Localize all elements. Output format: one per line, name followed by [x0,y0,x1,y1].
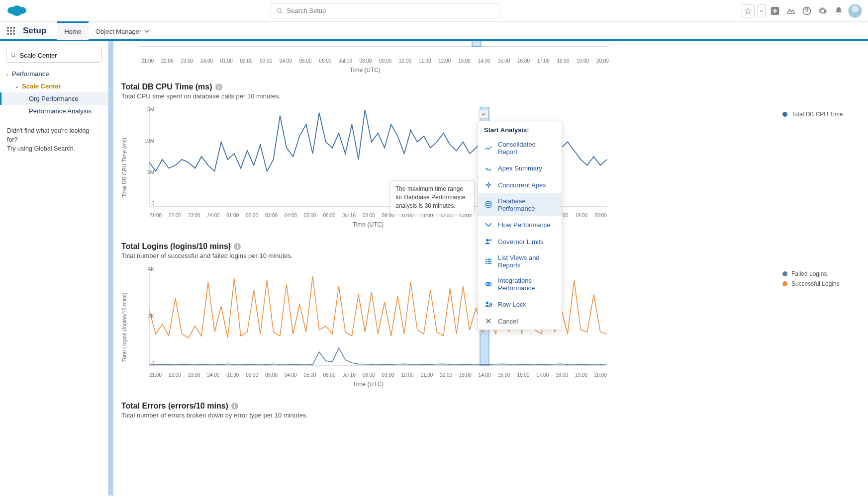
consolidated-report-icon [484,144,493,153]
svg-point-14 [10,30,12,32]
sidebar-item-performance-analysis[interactable]: Performance Analysis [0,105,108,117]
cancel-icon [484,317,493,326]
global-search-input[interactable] [287,7,494,14]
svg-point-10 [7,27,9,29]
legend-label: Failed Logins [791,270,827,277]
notifications-icon[interactable] [832,4,845,17]
row-lock-icon [484,300,493,309]
app-title: Setup [23,26,46,36]
sidebar: ⌄Performance ⌄Scale Center Org Performan… [0,41,108,496]
overview-mini-chart[interactable] [121,41,863,55]
analysis-dropdown-button[interactable] [479,110,488,119]
trailhead-icon[interactable] [784,4,797,17]
chevron-down-icon [144,28,149,35]
svg-point-12 [13,27,15,29]
chart2-xlabel: Time (UTC) [129,381,607,388]
chart1-tooltip: The maximum time range for Database Perf… [390,180,475,214]
tab-object-manager-label: Object Manager [96,28,142,35]
popover-title: Start Analysis: [478,121,562,137]
favorite-dropdown-icon[interactable] [758,4,766,17]
app-launcher-icon[interactable] [6,26,16,36]
popover-item-label: Cancel [498,318,518,325]
chart2-title: Total Logins (logins/10 mins) [121,242,231,251]
popover-item-label: Concurrent Apex [498,181,546,189]
popover-item-flow-performance[interactable]: Flow Performance [478,216,562,233]
start-analysis-popover: Start Analysis: Consolidated ReportApex … [478,121,562,330]
chart1-legend: Total DB CPU Time [773,107,863,228]
apex-summary-icon [484,164,493,172]
info-icon[interactable]: i [234,243,241,250]
popover-item-label: Flow Performance [498,221,550,229]
chart1-yticks: 15M10M5M0 [139,107,154,206]
popover-item-database-performance[interactable]: Database Performance [478,193,562,216]
legend-label: Total DB CPU Time [791,111,843,118]
svg-point-19 [11,53,15,56]
integrations-performance-icon [484,280,493,289]
popover-item-consolidated-report[interactable]: Consolidated Report [478,137,562,160]
main-content: 21:0022:0023:0024:0001:0002:0003:0004:00… [108,41,868,496]
popover-item-apex-summary[interactable]: Apex Summary [478,160,562,176]
chart3-title: Total Errors (errors/10 mins) [121,402,228,411]
sidebar-item-scale-center[interactable]: ⌄Scale Center [0,80,108,92]
popover-item-concurrent-apex[interactable]: Concurrent Apex [478,176,562,193]
chart-db-cpu-time: Total DB CPU Time (ms) i Total CPU time … [121,83,863,228]
svg-point-11 [10,27,12,29]
info-icon[interactable]: i [215,83,222,90]
svg-point-18 [13,33,15,35]
svg-rect-34 [487,259,491,260]
svg-rect-42 [489,304,492,306]
help-icon[interactable] [800,4,813,17]
popover-item-label: Row Lock [498,301,526,308]
mini-x-ticks: 21:0022:0023:0024:0001:0002:0003:0004:00… [121,57,609,64]
chart1-title: Total DB CPU Time (ms) [121,83,212,91]
legend-dot-icon [782,281,787,286]
popover-item-integrations-performance[interactable]: Integrations Performance [478,273,562,296]
add-icon[interactable] [769,4,781,17]
svg-rect-38 [487,263,491,264]
info-icon[interactable]: i [231,403,238,410]
list-views-and-reports-icon [484,257,493,266]
settings-icon[interactable] [816,4,829,17]
sidebar-item-org-performance[interactable]: Org Performance [0,92,108,105]
legend-dot-icon [782,112,787,117]
popover-item-label: List Views and Reports [498,254,556,269]
chart-total-errors: Total Errors (errors/10 mins) i Total nu… [121,402,863,419]
user-avatar[interactable] [848,4,862,18]
global-header [0,0,868,22]
sidebar-search[interactable] [6,48,102,63]
svg-point-31 [486,239,488,242]
chart2-legend: Failed Logins Successful Logins [773,266,863,388]
svg-rect-37 [485,263,487,264]
flow-performance-icon [484,220,493,229]
favorite-icon[interactable] [742,4,755,17]
salesforce-logo-icon[interactable] [6,2,28,19]
mini-xlabel: Time (UTC) [121,67,609,74]
context-bar: Setup Home Object Manager [0,22,868,41]
svg-point-16 [7,33,9,35]
svg-rect-22 [472,41,481,47]
chart2-yticks: 4K2K0 [139,266,154,366]
tab-home[interactable]: Home [57,21,89,40]
popover-item-list-views-and-reports[interactable]: List Views and Reports [478,250,562,273]
chart1-ylabel: Total DB CPU Time (ms) [121,107,129,228]
popover-item-cancel[interactable]: Cancel [478,313,562,330]
svg-point-41 [486,302,488,304]
sidebar-label: Scale Center [22,83,61,90]
sidebar-help-text: Didn't find what you're looking for? Try… [0,117,108,162]
global-search[interactable] [271,3,499,18]
sidebar-label: Performance Analysis [29,107,92,115]
svg-point-30 [486,201,491,203]
svg-point-9 [806,12,807,13]
svg-marker-6 [745,8,751,14]
concurrent-apex-icon [484,180,493,189]
popover-item-label: Database Performance [498,197,556,212]
popover-item-governor-limits[interactable]: Governor Limits [478,233,562,250]
popover-item-row-lock[interactable]: Row Lock [478,296,562,313]
svg-point-32 [490,240,491,241]
sidebar-search-input[interactable] [20,52,97,59]
sidebar-item-performance[interactable]: ⌄Performance [0,68,108,80]
popover-item-label: Apex Summary [498,165,542,172]
svg-point-15 [13,30,15,32]
tab-object-manager[interactable]: Object Manager [89,21,157,40]
svg-rect-35 [485,261,487,262]
